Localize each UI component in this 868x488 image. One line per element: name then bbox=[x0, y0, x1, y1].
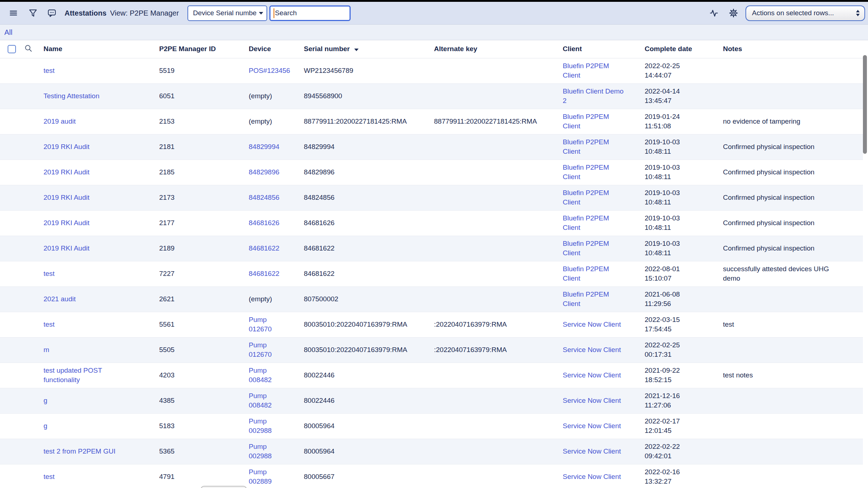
column-header-complete-date[interactable]: Complete date bbox=[639, 40, 717, 58]
p2pe-manager-id-value: 4385 bbox=[159, 396, 174, 405]
complete-date-value: 2022-03-15 17:54:45 bbox=[645, 315, 680, 334]
device-link[interactable]: Pump 012670 bbox=[249, 315, 272, 334]
device-link[interactable]: Pump 002988 bbox=[249, 417, 272, 435]
alternate-key-value: :20220407163979:RMA bbox=[434, 345, 507, 355]
p2pe-manager-id-value: 4203 bbox=[159, 371, 174, 380]
tab-all[interactable]: All bbox=[4, 28, 12, 37]
client-link[interactable]: Service Now Client bbox=[563, 371, 621, 380]
client-link[interactable]: Bluefin P2PEM Client bbox=[563, 61, 609, 80]
client-link[interactable]: Bluefin P2PEM Client bbox=[563, 137, 609, 156]
attestation-name-link[interactable]: test bbox=[44, 66, 55, 75]
attestation-name-link[interactable]: 2019 RKI Audit bbox=[44, 193, 90, 202]
attestation-name-link[interactable]: 2021 audit bbox=[44, 294, 76, 304]
text-cursor bbox=[273, 8, 274, 18]
attestation-name-link[interactable]: test 2 from P2PEM GUI bbox=[44, 447, 116, 456]
attestation-name-link[interactable]: test bbox=[44, 472, 55, 481]
client-link[interactable]: Bluefin P2PEM Client bbox=[563, 290, 609, 309]
attestation-name-link[interactable]: m bbox=[44, 345, 49, 355]
client-link[interactable]: Service Now Client bbox=[563, 447, 621, 456]
p2pe-manager-id-value: 5183 bbox=[159, 421, 174, 431]
column-header-serial-number[interactable]: Serial number bbox=[298, 40, 428, 58]
table-row: test updated POST functionality 4203 Pum… bbox=[0, 363, 863, 388]
device-link[interactable]: Pump 002889 bbox=[249, 467, 272, 486]
client-link[interactable]: Service Now Client bbox=[563, 421, 621, 431]
comment-icon[interactable] bbox=[47, 8, 57, 18]
attestation-name-link[interactable]: 2019 audit bbox=[44, 117, 76, 126]
select-all-checkbox[interactable] bbox=[8, 45, 16, 53]
column-header-notes[interactable]: Notes bbox=[717, 40, 863, 58]
client-link[interactable]: Bluefin P2PEM Client bbox=[563, 239, 609, 258]
attestation-name-link[interactable]: 2019 RKI Audit bbox=[44, 244, 90, 253]
device-link[interactable]: Pump 012670 bbox=[249, 340, 272, 359]
attestation-name-link[interactable]: 2019 RKI Audit bbox=[44, 218, 90, 228]
complete-date-value: 2021-06-08 11:29:56 bbox=[645, 290, 680, 309]
attestation-name-link[interactable]: test updated POST functionality bbox=[44, 366, 102, 385]
attestation-name-link[interactable]: g bbox=[44, 421, 47, 431]
device-empty-value: (empty) bbox=[249, 91, 272, 101]
column-header-alternate-key[interactable]: Alternate key bbox=[428, 40, 557, 58]
attestation-name-link[interactable]: Testing Attestation bbox=[44, 91, 99, 101]
hamburger-menu-icon[interactable] bbox=[9, 8, 18, 18]
complete-date-value: 2019-10-03 10:48:11 bbox=[645, 239, 680, 258]
attestation-name-link[interactable]: g bbox=[44, 396, 47, 405]
column-header-p2pe-manager-id[interactable]: P2PE Manager ID bbox=[153, 40, 243, 58]
device-link[interactable]: POS#123456 bbox=[249, 66, 290, 75]
client-link[interactable]: Bluefin P2PEM Client bbox=[563, 188, 609, 207]
search-column-select[interactable]: Device Serial numbe bbox=[187, 5, 267, 21]
complete-date-value: 2019-10-03 10:48:11 bbox=[645, 163, 680, 182]
bottom-popup-partial[interactable] bbox=[201, 486, 247, 488]
page-title: Attestations bbox=[65, 9, 107, 17]
attestation-name-link[interactable]: 2019 RKI Audit bbox=[44, 168, 90, 177]
device-link[interactable]: 84681626 bbox=[249, 218, 280, 228]
table-row: test 7227 84681622 84681622 Bluefin P2PE… bbox=[0, 261, 863, 286]
client-link[interactable]: Bluefin P2PEM Client bbox=[563, 214, 609, 232]
pulse-activity-icon[interactable] bbox=[709, 8, 719, 18]
notes-value: Confirmed physical inspection bbox=[723, 218, 814, 228]
client-link[interactable]: Bluefin Client Demo 2 bbox=[563, 87, 624, 106]
client-link[interactable]: Bluefin P2PEM Client bbox=[563, 163, 609, 182]
attestation-name-link[interactable]: 2019 RKI Audit bbox=[44, 142, 90, 152]
device-link[interactable]: 84681622 bbox=[249, 269, 280, 278]
client-link[interactable]: Service Now Client bbox=[563, 320, 621, 329]
column-header-device[interactable]: Device bbox=[243, 40, 298, 58]
device-link[interactable]: 84829896 bbox=[249, 168, 280, 177]
device-link[interactable]: Pump 002988 bbox=[249, 442, 272, 461]
complete-date-value: 2019-10-03 10:48:11 bbox=[645, 214, 680, 232]
search-icon[interactable] bbox=[24, 44, 33, 53]
search-placeholder: Search bbox=[275, 9, 297, 17]
p2pe-manager-id-value: 7227 bbox=[159, 269, 174, 278]
attestation-name-link[interactable]: test bbox=[44, 320, 55, 329]
p2pe-manager-id-value: 6051 bbox=[159, 91, 174, 101]
chevron-down-icon bbox=[259, 12, 263, 15]
client-link[interactable]: Service Now Client bbox=[563, 396, 621, 405]
table-row: test 5519 POS#123456 WP2123456789 Bluefi… bbox=[0, 58, 863, 83]
search-input[interactable]: Search bbox=[269, 5, 351, 21]
complete-date-value: 2022-04-14 13:45:47 bbox=[645, 87, 680, 106]
device-link[interactable]: Pump 008482 bbox=[249, 366, 272, 385]
gear-icon[interactable] bbox=[729, 8, 738, 18]
device-link[interactable]: 84829994 bbox=[249, 142, 280, 152]
complete-date-value: 2022-02-17 12:01:45 bbox=[645, 417, 680, 435]
table-row: 2019 RKI Audit 2189 84681622 84681622 Bl… bbox=[0, 236, 863, 261]
client-link[interactable]: Service Now Client bbox=[563, 345, 621, 355]
complete-date-value: 2019-10-03 10:48:11 bbox=[645, 188, 680, 207]
column-header-name[interactable]: Name bbox=[38, 40, 153, 58]
serial-number-value: 80005964 bbox=[304, 447, 335, 456]
vertical-scrollbar-thumb[interactable] bbox=[863, 55, 867, 154]
device-link[interactable]: 84681622 bbox=[249, 244, 280, 253]
device-link[interactable]: 84824856 bbox=[249, 193, 280, 202]
filter-icon[interactable] bbox=[28, 8, 38, 18]
client-link[interactable]: Bluefin P2PEM Client bbox=[563, 264, 609, 283]
table-row: 2021 audit 2621 (empty) 807500002 Bluefi… bbox=[0, 286, 863, 312]
serial-number-value: 84681622 bbox=[304, 244, 335, 253]
row-checkbox-cell bbox=[0, 210, 20, 236]
table-row: test 2 from P2PEM GUI 5365 Pump 002988 8… bbox=[0, 439, 863, 464]
attestation-name-link[interactable]: test bbox=[44, 269, 55, 278]
serial-number-value: 80005667 bbox=[304, 472, 335, 481]
actions-on-selected-rows-select[interactable]: Actions on selected rows... bbox=[745, 5, 865, 21]
column-header-client[interactable]: Client bbox=[557, 40, 639, 58]
client-link[interactable]: Service Now Client bbox=[563, 472, 621, 481]
client-link[interactable]: Bluefin P2PEM Client bbox=[563, 112, 609, 131]
device-link[interactable]: Pump 008482 bbox=[249, 391, 272, 410]
row-checkbox-cell bbox=[0, 109, 20, 134]
